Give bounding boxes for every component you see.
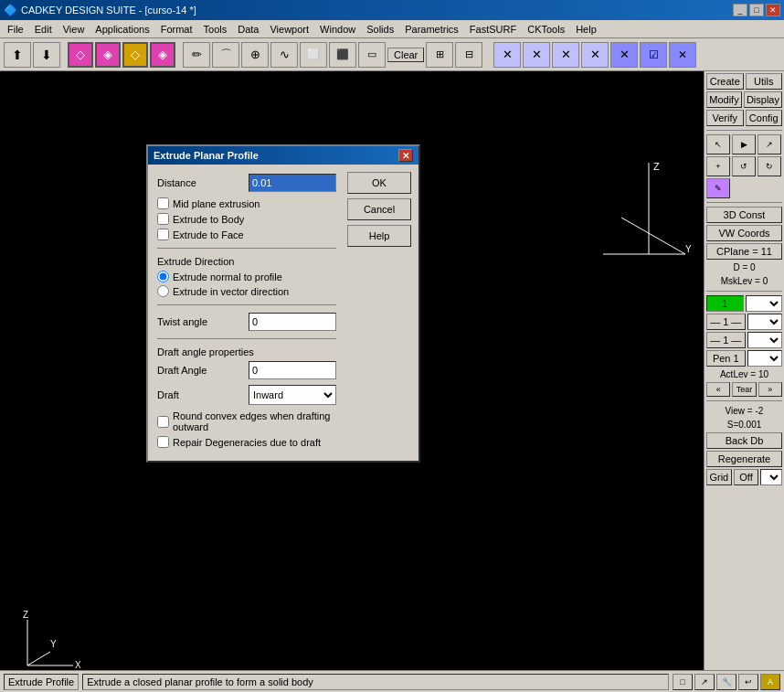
repair-deg-label: Repair Degeneracies due to draft [173,437,321,448]
toolbar-pencil[interactable]: ✏ [183,42,210,68]
create-button[interactable]: Create [706,73,744,90]
distance-input[interactable] [249,174,336,192]
toolbar-plus[interactable]: ⊕ [241,42,269,68]
toolbar-check2[interactable]: ✕ [669,42,696,68]
config-button[interactable]: Config [746,110,783,126]
dialog-close-button[interactable]: ✕ [398,149,413,162]
extrude-body-checkbox[interactable] [157,213,169,225]
mid-plane-checkbox[interactable] [157,197,169,209]
repair-deg-checkbox[interactable] [157,436,169,448]
toolbar-x1[interactable]: ✕ [493,42,521,68]
menu-format[interactable]: Format [155,23,198,36]
back-db-button[interactable]: Back Db [706,432,782,449]
status-icon4[interactable]: ↩ [738,674,758,690]
pen-dropdown[interactable] [747,350,783,367]
extrude-face-checkbox[interactable] [157,229,169,240]
ok-button[interactable]: OK [347,172,411,194]
toolbar-x3[interactable]: ✕ [552,42,579,68]
toolbar-view2[interactable]: ⊟ [455,42,482,68]
toolbar-check1[interactable]: ☑ [640,42,667,68]
toolbar-rect3[interactable]: ▭ [358,42,386,68]
grid-dropdown[interactable] [760,469,782,485]
svg-text:Z: Z [653,161,660,172]
panel-icon-pencil[interactable]: ✎ [706,178,730,198]
vw-coords-button[interactable]: VW Coords [706,225,782,241]
toolbar-x5[interactable]: ✕ [610,42,638,68]
svg-line-10 [27,652,50,665]
status-icon5[interactable]: A [760,674,780,690]
clear-button[interactable]: Clear [387,48,424,62]
toolbar-shape3[interactable]: ◇ [122,42,148,68]
menu-applications[interactable]: Applications [90,23,154,36]
extrude-direction-label: Extrude Direction [157,256,336,267]
panel-icon-arrow-ur[interactable]: ↗ [758,134,781,154]
draft-row: Draft Inward Outward [157,385,336,405]
toolbar-down-arrow[interactable]: ⬇ [33,42,60,68]
toolbar-rect[interactable]: ⬜ [300,42,327,68]
toolbar-rect2[interactable]: ⬛ [329,42,356,68]
title-bar-controls[interactable]: _ □ ✕ [733,4,780,16]
draft-dropdown[interactable]: Inward Outward [249,385,336,405]
toolbar-arc[interactable]: ⌒ [212,42,239,68]
radio-normal[interactable] [157,271,169,282]
toolbar-view1[interactable]: ⊞ [426,42,453,68]
line-style1[interactable]: — 1 — [706,314,746,330]
panel-icon-undo[interactable]: ↺ [732,156,756,176]
twist-angle-input[interactable] [249,313,336,331]
canvas-area[interactable]: Z Y Z X Y Extrude Planar Profile ✕ [0,71,704,670]
line-style1-dropdown[interactable] [747,314,783,330]
tear-left[interactable]: « [706,382,730,397]
menu-parametrics[interactable]: Parametrics [399,23,464,36]
regenerate-button[interactable]: Regenerate [706,451,782,467]
toolbar-x4[interactable]: ✕ [581,42,609,68]
menu-cktools[interactable]: CKTools [522,23,570,36]
round-edges-checkbox[interactable] [157,416,169,428]
close-button[interactable]: ✕ [766,4,780,16]
menu-window[interactable]: Window [314,23,361,36]
dialog-title-bar[interactable]: Extrude Planar Profile ✕ [148,146,418,165]
status-icon3[interactable]: 🔧 [716,674,736,690]
toolbar-shape1[interactable]: ◇ [68,42,93,68]
menu-tools[interactable]: Tools [198,23,233,36]
cancel-button[interactable]: Cancel [347,198,411,220]
modify-button[interactable]: Modify [706,91,742,108]
status-icon1[interactable]: □ [673,674,693,690]
distance-row: Distance [157,174,336,192]
menu-view[interactable]: View [58,23,90,36]
menu-viewport[interactable]: Viewport [264,23,314,36]
3d-const-button[interactable]: 3D Const [706,207,782,223]
panel-icon-redo[interactable]: ↻ [758,156,781,176]
draft-angle-input[interactable] [249,361,336,379]
maximize-button[interactable]: □ [749,4,764,16]
line-style2-dropdown[interactable] [747,332,783,348]
toolbar-shape4[interactable]: ◈ [150,42,175,68]
toolbar-up-arrow[interactable]: ⬆ [4,42,31,68]
toolbar-wave[interactable]: ∿ [270,42,298,68]
grid-value[interactable]: Off [734,469,759,485]
panel-icon-arrow-ul[interactable]: ↖ [706,134,730,154]
layer-dropdown[interactable] [746,295,783,312]
menu-data[interactable]: Data [232,23,264,36]
radio-vector[interactable] [157,285,169,297]
tear-right[interactable]: » [758,382,782,397]
utils-button[interactable]: Utils [746,73,783,90]
toolbar-shape2[interactable]: ◈ [95,42,121,68]
toolbar-x2[interactable]: ✕ [523,42,550,68]
tear-label[interactable]: Tear [732,382,756,397]
panel-icon-plus[interactable]: + [706,156,730,176]
help-button[interactable]: Help [347,225,411,247]
panel-icon-play[interactable]: ▶ [732,134,756,154]
menu-help[interactable]: Help [570,23,602,36]
menu-file[interactable]: File [2,23,29,36]
status-center: Extrude a closed planar profile to form … [82,674,669,690]
status-icon2[interactable]: ↗ [694,674,715,690]
display-button[interactable]: Display [744,91,782,108]
line-style2[interactable]: — 1 — [706,332,746,348]
line-style1-row: — 1 — [706,314,782,330]
cplane-button[interactable]: CPlane = 11 [706,243,782,260]
menu-solids[interactable]: Solids [361,23,399,36]
menu-edit[interactable]: Edit [29,23,58,36]
verify-button[interactable]: Verify [706,110,744,126]
menu-fastsurf[interactable]: FastSURF [464,23,522,36]
minimize-button[interactable]: _ [733,4,747,16]
